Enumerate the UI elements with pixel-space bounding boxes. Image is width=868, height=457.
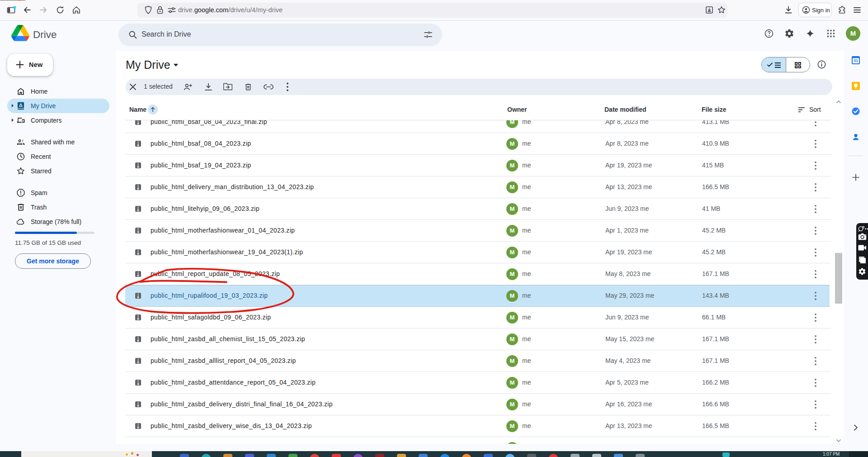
svg-text:31: 31: [854, 58, 858, 63]
